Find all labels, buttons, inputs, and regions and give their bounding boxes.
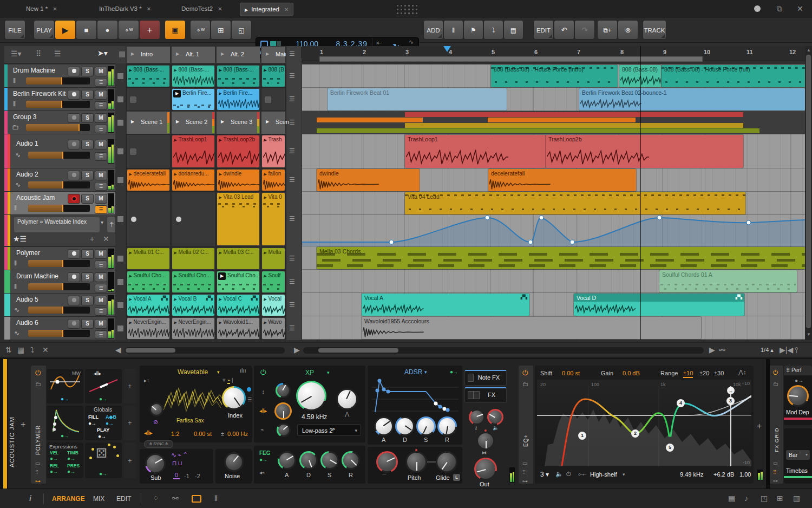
launcher-automation-button[interactable]: ⚬ᵂ (190, 20, 211, 40)
mod-routing-icon[interactable]: ⊶ (773, 478, 778, 484)
arranger-scrollbar[interactable] (303, 347, 704, 354)
mute-button[interactable]: M (95, 194, 107, 204)
osc-semitones[interactable]: 0.00 st (194, 431, 212, 437)
track-header[interactable]: Audio 6 S M ∿ ☰ (4, 317, 115, 340)
solo-button[interactable]: S (81, 249, 94, 259)
device-folder-icon[interactable]: 🗀 (35, 381, 41, 387)
overdub-button[interactable]: + (139, 20, 160, 40)
stop-clips-button[interactable] (117, 302, 123, 308)
track-name[interactable]: Berlin Firework Kit (13, 90, 66, 97)
clip-row-menu-icon[interactable]: ☰ (289, 301, 295, 309)
phase-random-icon[interactable]: ⊘ (153, 419, 158, 426)
retrigger-icon[interactable]: ▸↑ (144, 377, 149, 383)
chevron-down-icon[interactable]: ▾ (424, 369, 427, 375)
volume-fader[interactable] (26, 124, 90, 131)
scroll-right-icon[interactable]: ▶ (294, 346, 300, 354)
scrollbar-thumb[interactable] (318, 348, 398, 353)
arranger-clip[interactable]: TrashLoop1 (405, 135, 546, 168)
env-mode-icons[interactable]: ✳ ⌁ | (222, 377, 233, 383)
range-30[interactable]: ±30 (714, 370, 724, 376)
device-chain-toggle[interactable]: ⊞ (777, 494, 783, 503)
follow-icon[interactable]: ⤵ (30, 346, 34, 354)
device-power-icon[interactable]: ⏻ (522, 369, 528, 377)
volume-fader[interactable] (26, 101, 90, 108)
edit-view-tab[interactable]: EDIT (116, 495, 131, 503)
volume-fader[interactable] (26, 77, 90, 84)
track-name[interactable]: Drum Machine (16, 272, 58, 280)
amp-release-knob[interactable] (437, 416, 457, 436)
eq-band-handle-selected[interactable]: 3 (726, 397, 735, 405)
launcher-cell[interactable]: ▶Trash (261, 134, 286, 168)
chevron-down-icon[interactable]: ▾ (623, 472, 625, 477)
snap-icon[interactable]: ▶|◀ (780, 346, 793, 354)
note-panel-toggle[interactable]: ♪ (744, 494, 748, 503)
solo-button[interactable]: S (81, 67, 94, 76)
track-header[interactable]: Drum Machine S M ⫴ ☰ (4, 64, 115, 88)
play-icon[interactable]: ▶ (176, 119, 179, 124)
track-name[interactable]: Group 3 (13, 113, 36, 121)
index-knob[interactable] (222, 386, 246, 410)
edit-menu-button[interactable]: EDIT (533, 20, 554, 40)
launcher-cell[interactable]: ▶dwindle (216, 168, 260, 192)
band-freq[interactable]: 9.49 kHz (680, 471, 703, 478)
dual-view-icon[interactable]: ⁘ (153, 494, 159, 503)
gain-value[interactable]: 0.0 dB (623, 370, 640, 376)
track-menu-icon[interactable]: ☰ (95, 101, 107, 110)
fx-button[interactable]: FX (464, 387, 507, 403)
clip-row-menu-icon[interactable]: ☰ (289, 72, 295, 80)
unison-icon[interactable]: ılıı (240, 367, 246, 374)
launcher-cell[interactable]: ▶Mella (261, 247, 286, 270)
filter-mode-dropdown[interactable]: Low-pass 2ᴾ▾ (297, 424, 361, 436)
stop-clips-button[interactable] (117, 177, 123, 183)
stop-clips-button[interactable] (117, 96, 123, 102)
noise-knob[interactable] (224, 452, 244, 472)
record-arm-button[interactable] (68, 67, 80, 76)
mixer-panel-toggle[interactable]: ⫴ (214, 494, 218, 503)
feg-release-knob[interactable] (342, 451, 360, 470)
redo-icon[interactable]: ↷ (574, 20, 595, 40)
band-gain[interactable]: +6.2 dB (713, 471, 734, 478)
project-tab[interactable]: New 1 *✕ (22, 3, 62, 15)
launcher-cell[interactable]: ▶Mella 03 C... (216, 247, 260, 270)
solo-button[interactable]: S (81, 272, 94, 282)
add-modulator-button[interactable]: + (123, 406, 136, 440)
band-q[interactable]: 1.00 (739, 471, 751, 478)
amp-attack-knob[interactable] (374, 416, 394, 436)
amp-sustain-knob[interactable] (416, 416, 436, 436)
out-knob[interactable] (474, 458, 497, 480)
mute-button[interactable]: M (95, 113, 107, 123)
device-header[interactable]: ⏻ 🗀 POLYMER ▭ ⠿ ⊶ (31, 366, 46, 484)
feg-sustain-knob[interactable] (320, 451, 339, 470)
stop-clips-button[interactable] (117, 148, 123, 154)
keytrack-knob[interactable] (274, 402, 292, 420)
project-tab-active[interactable]: ▶Integrated✕ (240, 3, 293, 16)
arranger-clip[interactable]: dwindle (317, 169, 420, 191)
delete-icon[interactable]: ⊗ (618, 20, 638, 40)
lanes-view-icon[interactable]: ☰ (54, 49, 61, 58)
mod-amount-icon[interactable]: ●→ (450, 369, 457, 375)
launcher-cell-empty[interactable] (126, 88, 171, 111)
add-device-icon[interactable]: + (21, 420, 25, 429)
track-header[interactable]: Berlin Firework Kit S M ⫴ ☰ (4, 88, 115, 111)
track-header[interactable]: Audio 2 S M ∿ ☰ (4, 168, 115, 192)
mod-amount-icon[interactable]: ●→ (99, 396, 107, 402)
record-arm-button[interactable] (68, 113, 80, 123)
wavetable-display[interactable] (162, 381, 227, 416)
play-label[interactable]: PLAY (97, 427, 109, 433)
close-lanes-icon[interactable]: ✕ (42, 346, 49, 354)
remote-controls-icon[interactable]: ▭ (522, 460, 527, 466)
project-tab[interactable]: InTheDark V3 *✕ (95, 3, 155, 15)
launcher-cell[interactable]: ▶Wavoloid1... (216, 317, 260, 340)
clip-row-menu-icon[interactable]: ☰ (289, 95, 295, 103)
solo-button[interactable]: S (81, 171, 94, 180)
list-icon[interactable]: ☰ (247, 397, 252, 402)
mod-grid-icon[interactable]: ⠿ (522, 470, 526, 475)
launcher-cell[interactable]: ▶TrashLoop1 (171, 134, 215, 168)
launcher-column-header[interactable]: ▶Alt. 1 (171, 46, 215, 63)
glide-knob[interactable] (436, 451, 457, 473)
launcher-cell[interactable]: ▶TrashLoop2b (216, 134, 260, 168)
sub-waveform-icons[interactable]: ∿⌁⌃ (171, 451, 189, 459)
launcher-cell[interactable]: ▶Vocal (261, 294, 286, 317)
sub-octave-m2[interactable]: -2 (195, 473, 200, 479)
clip-row-menu-icon[interactable]: ☰ (289, 215, 295, 223)
